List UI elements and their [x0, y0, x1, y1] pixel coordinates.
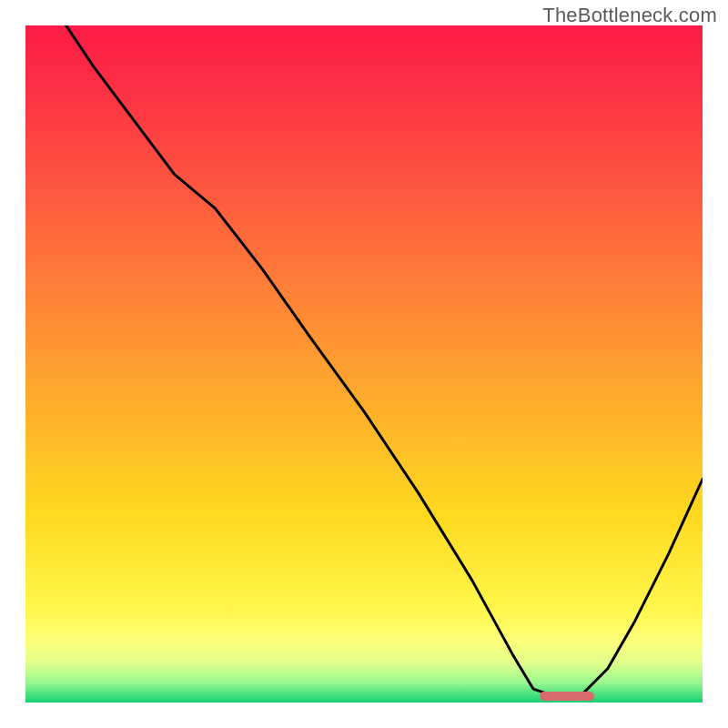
optimal-range-marker	[540, 692, 594, 701]
chart-container: TheBottleneck.com	[0, 0, 728, 728]
plot-frame	[25, 25, 703, 703]
bottleneck-curve	[25, 25, 703, 703]
watermark-text: TheBottleneck.com	[542, 4, 717, 27]
